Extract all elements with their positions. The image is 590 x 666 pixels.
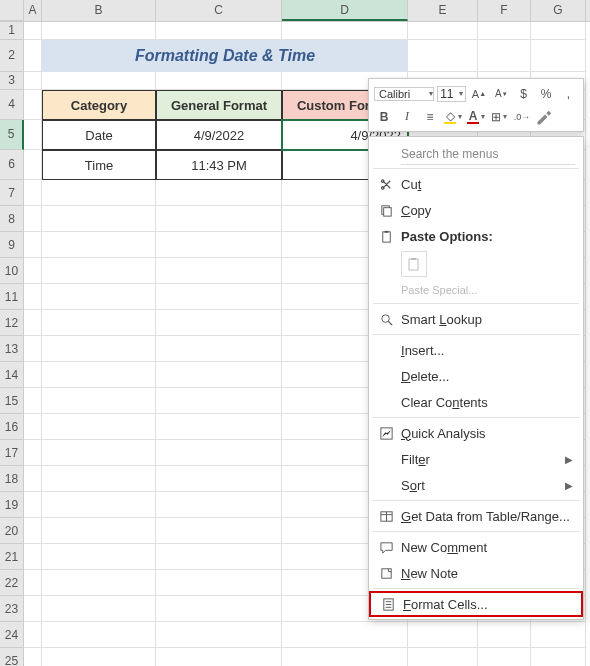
col-header-b[interactable]: B (42, 0, 156, 21)
cell-b22[interactable] (42, 570, 156, 596)
cell-c17[interactable] (156, 440, 282, 466)
row-header-21[interactable]: 21 (0, 544, 24, 570)
fill-color-button[interactable]: ◇▾ (443, 107, 463, 127)
cell-c20[interactable] (156, 518, 282, 544)
cell-a4[interactable] (24, 90, 42, 120)
cell-g2[interactable] (531, 40, 586, 72)
cell-a5[interactable] (24, 120, 42, 150)
menu-delete[interactable]: Delete... (369, 363, 583, 389)
cell-b25[interactable] (42, 648, 156, 666)
cell-b7[interactable] (42, 180, 156, 206)
row-header-7[interactable]: 7 (0, 180, 24, 206)
cell-b9[interactable] (42, 232, 156, 258)
format-painter-button[interactable] (535, 107, 555, 127)
currency-button[interactable]: $ (514, 84, 533, 104)
col-header-f[interactable]: F (478, 0, 531, 21)
font-color-button[interactable]: A▾ (466, 107, 486, 127)
cell-b8[interactable] (42, 206, 156, 232)
cell-e1[interactable] (408, 22, 478, 40)
cell-a22[interactable] (24, 570, 42, 596)
cell-b13[interactable] (42, 336, 156, 362)
paste-option-button[interactable] (401, 251, 427, 277)
col-header-d[interactable]: D (282, 0, 408, 21)
cell-a8[interactable] (24, 206, 42, 232)
cell-c16[interactable] (156, 414, 282, 440)
menu-search-input[interactable]: Search the menus (401, 143, 575, 165)
menu-new-note[interactable]: New Note (369, 560, 583, 586)
cell-c10[interactable] (156, 258, 282, 284)
cell-a23[interactable] (24, 596, 42, 622)
cell-d25[interactable] (282, 648, 408, 666)
row-header-17[interactable]: 17 (0, 440, 24, 466)
cell-b20[interactable] (42, 518, 156, 544)
cell-c11[interactable] (156, 284, 282, 310)
cell-c23[interactable] (156, 596, 282, 622)
menu-get-data[interactable]: Get Data from Table/Range... (369, 503, 583, 529)
decrease-font-button[interactable]: A▼ (492, 84, 511, 104)
cell-a25[interactable] (24, 648, 42, 666)
col-header-c[interactable]: C (156, 0, 282, 21)
cell-a10[interactable] (24, 258, 42, 284)
cell-b23[interactable] (42, 596, 156, 622)
menu-format-cells[interactable]: Format Cells... (369, 591, 583, 617)
cell-a12[interactable] (24, 310, 42, 336)
cell-a3[interactable] (24, 72, 42, 90)
cell-category-time[interactable]: Time (42, 150, 156, 180)
cell-f24[interactable] (478, 622, 531, 648)
cell-a1[interactable] (24, 22, 42, 40)
row-header-3[interactable]: 3 (0, 72, 24, 90)
cell-c7[interactable] (156, 180, 282, 206)
font-size-select[interactable]: 11▾ (437, 86, 466, 102)
row-header-24[interactable]: 24 (0, 622, 24, 648)
percent-button[interactable]: % (536, 84, 555, 104)
cell-b15[interactable] (42, 388, 156, 414)
header-category[interactable]: Category (42, 90, 156, 120)
cell-e24[interactable] (408, 622, 478, 648)
cell-c12[interactable] (156, 310, 282, 336)
cell-g24[interactable] (531, 622, 586, 648)
row-header-25[interactable]: 25 (0, 648, 24, 666)
cell-a18[interactable] (24, 466, 42, 492)
select-all-corner[interactable] (0, 0, 24, 21)
cell-a21[interactable] (24, 544, 42, 570)
col-header-g[interactable]: G (531, 0, 586, 21)
cell-e2[interactable] (408, 40, 478, 72)
cell-b11[interactable] (42, 284, 156, 310)
col-header-e[interactable]: E (408, 0, 478, 21)
cell-c3[interactable] (156, 72, 282, 90)
menu-copy[interactable]: Copy (369, 197, 583, 223)
italic-button[interactable]: I (397, 107, 417, 127)
cell-a15[interactable] (24, 388, 42, 414)
row-header-16[interactable]: 16 (0, 414, 24, 440)
row-header-6[interactable]: 6 (0, 150, 24, 180)
cell-c22[interactable] (156, 570, 282, 596)
cell-b14[interactable] (42, 362, 156, 388)
cell-b19[interactable] (42, 492, 156, 518)
cell-b12[interactable] (42, 310, 156, 336)
cell-a9[interactable] (24, 232, 42, 258)
cell-c15[interactable] (156, 388, 282, 414)
row-header-20[interactable]: 20 (0, 518, 24, 544)
increase-font-button[interactable]: A▲ (469, 84, 488, 104)
row-header-23[interactable]: 23 (0, 596, 24, 622)
cell-c19[interactable] (156, 492, 282, 518)
cell-a16[interactable] (24, 414, 42, 440)
menu-insert[interactable]: Insert... (369, 337, 583, 363)
menu-sort[interactable]: Sort ▶ (369, 472, 583, 498)
cell-d1[interactable] (282, 22, 408, 40)
row-header-8[interactable]: 8 (0, 206, 24, 232)
row-header-12[interactable]: 12 (0, 310, 24, 336)
cell-a17[interactable] (24, 440, 42, 466)
cell-a19[interactable] (24, 492, 42, 518)
comma-style-button[interactable]: , (559, 84, 578, 104)
cell-g25[interactable] (531, 648, 586, 666)
page-title[interactable]: Formatting Date & Time (42, 40, 408, 72)
cell-c9[interactable] (156, 232, 282, 258)
col-header-a[interactable]: A (24, 0, 42, 21)
cell-c21[interactable] (156, 544, 282, 570)
cell-a2[interactable] (24, 40, 42, 72)
cell-general-date[interactable]: 4/9/2022 (156, 120, 282, 150)
row-header-11[interactable]: 11 (0, 284, 24, 310)
row-header-13[interactable]: 13 (0, 336, 24, 362)
header-general[interactable]: General Format (156, 90, 282, 120)
